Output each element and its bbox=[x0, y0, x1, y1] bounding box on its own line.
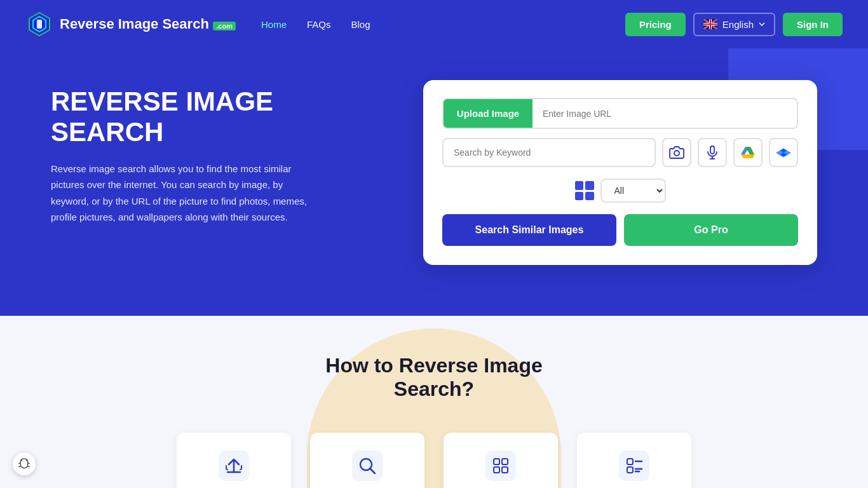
upload-image-button[interactable]: Upload Image bbox=[444, 99, 532, 128]
hero-title: REVERSE IMAGESEARCH bbox=[51, 86, 318, 148]
svg-rect-11 bbox=[703, 24, 717, 25]
nav-home[interactable]: Home bbox=[261, 19, 287, 30]
search-similar-button[interactable]: Search Similar Images bbox=[442, 214, 616, 246]
camera-icon bbox=[669, 145, 684, 160]
language-selector[interactable]: English bbox=[693, 13, 775, 36]
microphone-icon bbox=[705, 145, 720, 160]
keyword-icons-row bbox=[442, 138, 798, 167]
upload-card-icon bbox=[216, 448, 252, 484]
main-nav: Home FAQs Blog bbox=[261, 19, 370, 30]
engines-select[interactable]: All Google Bing TinEye Yandex bbox=[600, 179, 666, 203]
bug-icon bbox=[18, 458, 31, 470]
google-drive-icon bbox=[740, 146, 756, 159]
hero-description: Reverse image search allows you to find … bbox=[51, 161, 318, 226]
dropbox-icon bbox=[776, 145, 791, 160]
search-card-icon bbox=[349, 448, 385, 484]
engines-grid-icon bbox=[575, 181, 594, 200]
svg-rect-2 bbox=[37, 20, 42, 29]
logo-link[interactable]: Reverse Image Search .com bbox=[25, 10, 236, 38]
nav-blog[interactable]: Blog bbox=[351, 19, 370, 30]
navbar-right: Pricing English Sign In bbox=[625, 13, 843, 36]
svg-rect-17 bbox=[352, 451, 383, 481]
how-card-upload: Uploading Options bbox=[177, 433, 291, 488]
go-pro-button[interactable]: Go Pro bbox=[624, 214, 798, 246]
pricing-button[interactable]: Pricing bbox=[625, 13, 686, 36]
how-card-engines: Search Engines bbox=[444, 433, 558, 488]
camera-icon-button[interactable] bbox=[662, 138, 691, 167]
how-section: How to Reverse ImageSearch? Uploading Op… bbox=[0, 316, 868, 488]
upload-url-row: Upload Image bbox=[442, 98, 798, 129]
engines-row: All Google Bing TinEye Yandex bbox=[442, 179, 798, 203]
svg-point-12 bbox=[674, 151, 679, 156]
google-drive-icon-button[interactable] bbox=[733, 138, 763, 167]
how-card-search: Search Button bbox=[310, 433, 424, 488]
svg-rect-13 bbox=[710, 146, 714, 154]
url-input[interactable] bbox=[532, 100, 797, 128]
svg-rect-25 bbox=[619, 451, 649, 481]
language-label: English bbox=[722, 19, 754, 30]
dropbox-icon-button[interactable] bbox=[769, 138, 798, 167]
how-card-check: Check Images bbox=[577, 433, 691, 488]
nav-faqs[interactable]: FAQs bbox=[307, 19, 331, 30]
how-title: How to Reverse ImageSearch? bbox=[25, 354, 843, 401]
svg-rect-20 bbox=[485, 451, 516, 481]
microphone-icon-button[interactable] bbox=[698, 138, 727, 167]
search-card: Upload Image bbox=[423, 80, 817, 265]
engines-card-icon bbox=[483, 448, 519, 484]
bug-report-button[interactable] bbox=[13, 452, 36, 475]
hero-text: REVERSE IMAGESEARCH Reverse image search… bbox=[51, 80, 318, 226]
check-card-icon bbox=[616, 448, 652, 484]
how-cards: Uploading Options Search Button bbox=[25, 433, 843, 488]
brand-badge: .com bbox=[213, 22, 236, 30]
chevron-down-icon bbox=[759, 22, 765, 26]
keyword-input[interactable] bbox=[442, 138, 656, 167]
signin-button[interactable]: Sign In bbox=[783, 13, 843, 36]
brand-name: Reverse Image Search bbox=[60, 16, 209, 32]
logo-icon bbox=[25, 10, 53, 38]
hero-section: REVERSE IMAGESEARCH Reverse image search… bbox=[0, 48, 868, 316]
action-row: Search Similar Images Go Pro bbox=[442, 214, 798, 246]
flag-icon bbox=[703, 19, 717, 29]
navbar: Reverse Image Search .com Home FAQs Blog… bbox=[0, 0, 868, 48]
